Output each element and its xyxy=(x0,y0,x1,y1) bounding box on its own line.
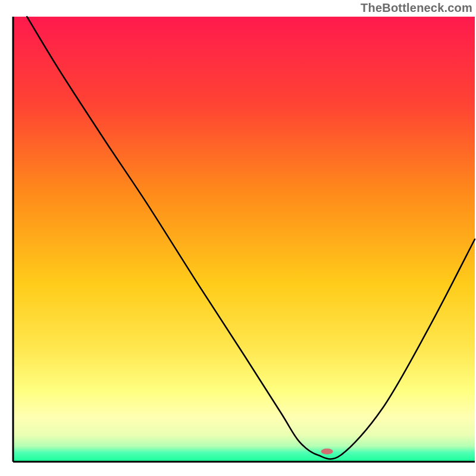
bottleneck-chart: TheBottleneck.com xyxy=(0,0,476,476)
watermark-text: TheBottleneck.com xyxy=(361,1,472,15)
plot-background xyxy=(13,17,475,462)
chart-svg xyxy=(0,0,476,476)
optimal-marker xyxy=(321,449,333,455)
